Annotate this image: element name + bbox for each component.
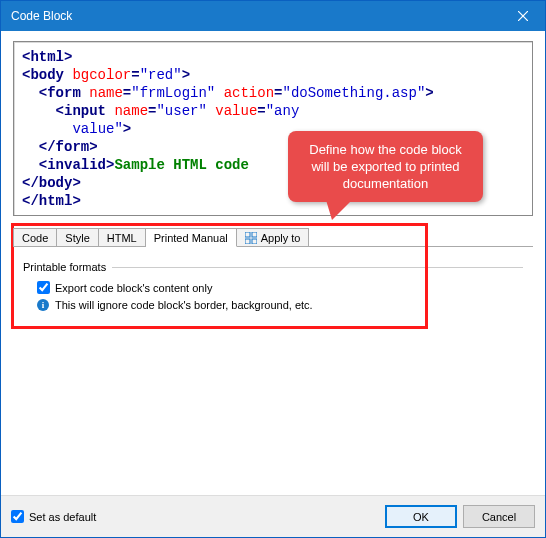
info-text: This will ignore code block's border, ba… xyxy=(55,299,313,311)
svg-rect-5 xyxy=(252,239,257,244)
tabstrip: Code Style HTML Printed Manual Apply to xyxy=(13,224,533,247)
button-label: OK xyxy=(413,511,429,523)
code-token: "user" xyxy=(156,103,206,119)
info-row: i This will ignore code block's border, … xyxy=(37,299,523,311)
svg-rect-3 xyxy=(252,232,257,237)
tab-code[interactable]: Code xyxy=(13,228,57,247)
close-icon xyxy=(518,11,528,21)
tab-label: Style xyxy=(65,232,89,244)
code-token: = xyxy=(131,67,139,83)
code-token: "red" xyxy=(140,67,182,83)
printable-formats-group: Printable formats Export code block's co… xyxy=(23,261,523,311)
tabs-area: Code Style HTML Printed Manual Apply to … xyxy=(1,224,545,311)
code-token: action xyxy=(215,85,274,101)
code-token: value" xyxy=(72,121,122,137)
info-icon: i xyxy=(37,299,49,311)
code-token: value xyxy=(207,103,257,119)
export-content-only-row[interactable]: Export code block's content only xyxy=(37,281,523,294)
tab-style[interactable]: Style xyxy=(57,228,98,247)
code-token: name xyxy=(106,103,148,119)
dialog-window: Code Block <html> <body bgcolor="red"> <… xyxy=(0,0,546,538)
export-content-only-checkbox[interactable] xyxy=(37,281,50,294)
set-as-default-row[interactable]: Set as default xyxy=(11,510,379,523)
group-title: Printable formats xyxy=(23,261,106,273)
tab-label: Printed Manual xyxy=(154,232,228,244)
grid-icon xyxy=(245,232,257,244)
ok-button[interactable]: OK xyxy=(385,505,457,528)
tab-label: HTML xyxy=(107,232,137,244)
group-header: Printable formats xyxy=(23,261,523,273)
group-body: Export code block's content only i This … xyxy=(23,273,523,311)
code-token: name xyxy=(81,85,123,101)
code-token: </html> xyxy=(22,193,81,209)
close-button[interactable] xyxy=(500,1,545,31)
code-token: </body> xyxy=(22,175,81,191)
code-token: > xyxy=(425,85,433,101)
window-title: Code Block xyxy=(11,9,500,23)
dialog-footer: Set as default OK Cancel xyxy=(1,495,545,537)
code-token: "any xyxy=(266,103,300,119)
svg-rect-2 xyxy=(245,232,250,237)
code-token: "doSomething.asp" xyxy=(282,85,425,101)
code-token: Sample HTML code xyxy=(114,157,248,173)
button-label: Cancel xyxy=(482,511,516,523)
titlebar: Code Block xyxy=(1,1,545,31)
code-token: <body xyxy=(22,67,64,83)
divider xyxy=(112,267,523,268)
code-token: </form> xyxy=(39,139,98,155)
cancel-button[interactable]: Cancel xyxy=(463,505,535,528)
svg-rect-4 xyxy=(245,239,250,244)
set-as-default-checkbox[interactable] xyxy=(11,510,24,523)
set-as-default-label: Set as default xyxy=(29,511,96,523)
tab-printed-manual[interactable]: Printed Manual xyxy=(146,228,237,247)
code-token: > xyxy=(123,121,131,137)
content-area: <html> <body bgcolor="red"> <form name="… xyxy=(1,31,545,495)
code-token: bgcolor xyxy=(64,67,131,83)
code-token: > xyxy=(182,67,190,83)
code-token: <invalid> xyxy=(39,157,115,173)
callout-annotation: Define how the code block will be export… xyxy=(288,131,483,202)
code-token: <form xyxy=(39,85,81,101)
tab-label: Apply to xyxy=(261,232,301,244)
code-token: "frmLogin" xyxy=(131,85,215,101)
tab-apply-to[interactable]: Apply to xyxy=(237,228,310,247)
tab-label: Code xyxy=(22,232,48,244)
code-token: <input xyxy=(56,103,106,119)
checkbox-label: Export code block's content only xyxy=(55,282,212,294)
code-token: <html> xyxy=(22,49,72,65)
tab-html[interactable]: HTML xyxy=(99,228,146,247)
callout-text: Define how the code block will be export… xyxy=(309,142,461,191)
